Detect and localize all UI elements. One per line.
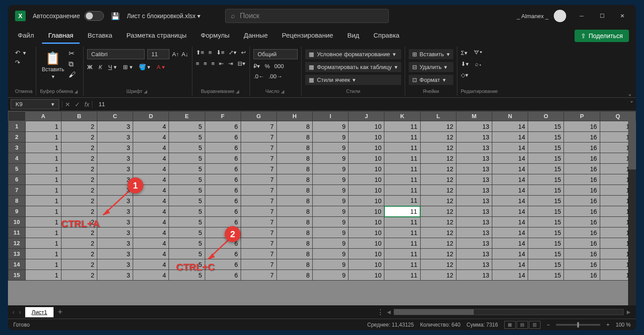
col-header-O[interactable]: O <box>528 112 564 121</box>
cell-C10[interactable]: 3 <box>97 217 133 227</box>
align-right-icon[interactable]: ≡ <box>211 60 215 67</box>
row-header-13[interactable]: 13 <box>8 249 26 259</box>
row-header-10[interactable]: 10 <box>8 217 26 227</box>
cell-A13[interactable]: 1 <box>25 249 61 259</box>
save-icon[interactable]: 💾 <box>111 12 120 20</box>
cell-M8[interactable]: 13 <box>456 196 492 206</box>
minimize-button[interactable]: ─ <box>571 9 592 23</box>
row-header-5[interactable]: 5 <box>8 164 26 174</box>
cell-K11[interactable]: 11 <box>384 227 420 238</box>
hscroll-left-icon[interactable]: ◄ <box>386 308 392 316</box>
indent-decrease-icon[interactable]: ⇤ <box>219 60 224 67</box>
cell-F10[interactable]: 6 <box>205 217 241 227</box>
cell-P4[interactable]: 16 <box>564 153 600 164</box>
cell-C11[interactable]: 3 <box>97 227 133 238</box>
cell-J1[interactable]: 10 <box>349 121 384 132</box>
cell-E10[interactable]: 5 <box>169 217 205 227</box>
cell-D4[interactable]: 4 <box>133 153 169 164</box>
cell-C8[interactable]: 3 <box>97 196 133 206</box>
cell-styles-button[interactable]: ▦Стили ячеек▾ <box>305 75 401 85</box>
page-layout-view-icon[interactable]: ▤ <box>517 321 528 329</box>
select-all-corner[interactable] <box>8 112 26 121</box>
cell-B14[interactable]: 2 <box>61 259 97 270</box>
row-header-6[interactable]: 6 <box>8 174 26 185</box>
decrease-font-icon[interactable]: A↓ <box>181 51 188 58</box>
col-header-P[interactable]: P <box>564 112 600 121</box>
format-cells-button[interactable]: ⊡Формат▾ <box>409 75 453 85</box>
cell-E4[interactable]: 5 <box>169 153 205 164</box>
col-header-L[interactable]: L <box>420 112 456 121</box>
cell-G9[interactable]: 7 <box>241 206 276 217</box>
cell-G5[interactable]: 7 <box>241 164 276 174</box>
autosum-icon[interactable]: Σ▾ <box>461 50 468 56</box>
cell-O4[interactable]: 15 <box>528 153 564 164</box>
cell-M6[interactable]: 13 <box>456 174 492 185</box>
cell-J8[interactable]: 10 <box>349 196 384 206</box>
cell-P11[interactable]: 16 <box>564 227 600 238</box>
cell-D15[interactable]: 4 <box>133 270 169 281</box>
cell-E7[interactable]: 5 <box>169 185 205 196</box>
cell-B4[interactable]: 2 <box>61 153 97 164</box>
cell-B12[interactable]: 2 <box>61 238 97 249</box>
cell-E3[interactable]: 5 <box>169 142 205 153</box>
cell-I13[interactable]: 9 <box>313 249 349 259</box>
cell-A1[interactable]: 1 <box>25 121 61 132</box>
tab-вид[interactable]: Вид <box>341 28 365 44</box>
tab-рецензирование[interactable]: Рецензирование <box>276 28 339 44</box>
merge-icon[interactable]: ⊟▾ <box>238 60 245 67</box>
cell-G11[interactable]: 7 <box>241 227 276 238</box>
cell-K1[interactable]: 11 <box>384 121 420 132</box>
cell-M14[interactable]: 13 <box>456 259 492 270</box>
cell-D12[interactable]: 4 <box>133 238 169 249</box>
cell-N10[interactable]: 14 <box>492 217 528 227</box>
autosave-toggle[interactable] <box>84 11 104 21</box>
col-header-K[interactable]: K <box>384 112 420 121</box>
cell-B11[interactable]: 2 <box>61 227 97 238</box>
cell-H14[interactable]: 8 <box>276 259 312 270</box>
cell-D2[interactable]: 4 <box>133 132 169 142</box>
cell-O8[interactable]: 15 <box>528 196 564 206</box>
cell-G4[interactable]: 7 <box>241 153 276 164</box>
add-sheet-icon[interactable]: + <box>58 308 63 317</box>
cell-G8[interactable]: 7 <box>241 196 276 206</box>
cell-G15[interactable]: 7 <box>241 270 276 281</box>
cell-N8[interactable]: 14 <box>492 196 528 206</box>
cell-N5[interactable]: 14 <box>492 164 528 174</box>
cell-D9[interactable]: 4 <box>133 206 169 217</box>
tab-разметка страницы[interactable]: Разметка страницы <box>120 28 193 44</box>
cell-A3[interactable]: 1 <box>25 142 61 153</box>
cell-H1[interactable]: 8 <box>276 121 312 132</box>
cell-P10[interactable]: 16 <box>564 217 600 227</box>
cell-H7[interactable]: 8 <box>276 185 312 196</box>
cell-D13[interactable]: 4 <box>133 249 169 259</box>
cell-N3[interactable]: 14 <box>492 142 528 153</box>
col-header-G[interactable]: G <box>241 112 276 121</box>
paste-button[interactable]: 📋 Вставить ▾ <box>40 49 66 81</box>
search-box[interactable]: ⌕ Поиск <box>225 9 389 23</box>
cell-P5[interactable]: 16 <box>564 164 600 174</box>
border-button[interactable]: ⊞ ▾ <box>123 64 133 70</box>
cell-E1[interactable]: 5 <box>169 121 205 132</box>
cell-K15[interactable]: 11 <box>384 270 420 281</box>
font-size-select[interactable] <box>147 49 169 59</box>
cell-I1[interactable]: 9 <box>313 121 349 132</box>
cell-H15[interactable]: 8 <box>276 270 312 281</box>
cell-M9[interactable]: 13 <box>456 206 492 217</box>
bold-button[interactable]: Ж <box>87 64 92 70</box>
cell-K4[interactable]: 11 <box>384 153 420 164</box>
number-format-select[interactable] <box>253 49 298 59</box>
cell-J4[interactable]: 10 <box>349 153 384 164</box>
cell-D6[interactable]: 4 <box>133 174 169 185</box>
hscroll-handle-icon[interactable]: ⋮ <box>377 308 384 316</box>
delete-cells-button[interactable]: ⊟Удалить▾ <box>409 62 453 72</box>
cell-B7[interactable]: 2 <box>61 185 97 196</box>
cell-L11[interactable]: 12 <box>420 227 456 238</box>
cell-G6[interactable]: 7 <box>241 174 276 185</box>
font-color-button[interactable]: A ▾ <box>157 64 165 70</box>
sort-filter-icon[interactable]: ᗊ▾ <box>474 49 483 56</box>
cell-D7[interactable]: 4 <box>133 185 169 196</box>
cell-L15[interactable]: 12 <box>420 270 456 281</box>
increase-decimal-icon[interactable]: .00→ <box>268 73 282 80</box>
col-header-D[interactable]: D <box>133 112 169 121</box>
cell-O14[interactable]: 15 <box>528 259 564 270</box>
